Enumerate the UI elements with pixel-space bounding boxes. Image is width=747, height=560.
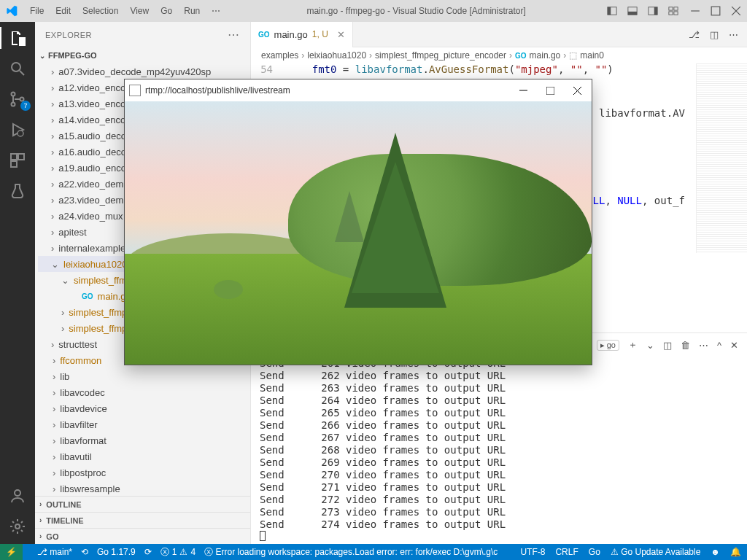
tree-folder[interactable]: a07.3video_decode_mp42yuv420sp [38, 63, 250, 79]
status-problems[interactable]: ⓧ 1 ⚠ 4 [160, 546, 196, 559]
status-language[interactable]: Go [589, 547, 600, 557]
tree-item-label: internalexamples [58, 243, 130, 254]
terminal-cursor [260, 531, 738, 543]
svg-point-17 [12, 103, 15, 106]
tree-folder[interactable]: libavcodec [38, 384, 250, 400]
terminal-dropdown-icon[interactable]: ⌄ [646, 340, 654, 351]
video-player-window[interactable]: rtmp://localhost/publishlive/livestream [124, 79, 592, 365]
layout-toggle-left-icon[interactable] [607, 6, 617, 16]
status-analysis-icon[interactable]: ⟳ [144, 547, 152, 557]
svg-rect-27 [546, 87, 554, 95]
svg-point-24 [15, 490, 20, 496]
tree-folder[interactable]: libpostproc [38, 464, 250, 481]
terminal-new-icon[interactable]: ＋ [628, 338, 638, 351]
tree-item-label: a23.video_demux [58, 195, 133, 206]
activity-scm-icon[interactable]: 7 [9, 90, 26, 108]
window-minimize-icon[interactable] [690, 6, 700, 16]
tree-folder[interactable]: libavformat [38, 432, 250, 448]
terminal-line: Send 266 video frames to output URL [260, 419, 738, 432]
tree-folder[interactable]: libavutil [38, 448, 250, 464]
status-go-update[interactable]: ⚠ Go Update Available [611, 547, 701, 557]
status-bar: ⚡ ⎇ main* ⟲ Go 1.17.9 ⟳ ⓧ 1 ⚠ 4 ⓧ Error … [0, 544, 747, 560]
svg-rect-9 [674, 12, 678, 15]
status-branch[interactable]: ⎇ main* [37, 547, 72, 557]
menu-selection[interactable]: Selection [77, 4, 123, 18]
tree-item-label: apitest [58, 227, 86, 238]
activity-extensions-icon[interactable] [9, 152, 26, 169]
tab-scm-icon[interactable]: ⎇ [689, 29, 700, 40]
terminal-split-icon[interactable]: ◫ [663, 340, 672, 351]
section-go[interactable]: ›GO [35, 528, 250, 544]
breadcrumb[interactable]: examples› leixiaohua1020› simplest_ffmpe… [251, 47, 747, 63]
tree-item-label: libavformat [60, 435, 107, 446]
window-maximize-icon[interactable] [711, 6, 721, 16]
terminal-shell-label[interactable]: ▸ go [597, 340, 619, 351]
activity-explorer-icon[interactable] [9, 29, 26, 47]
terminal-output[interactable]: Send 261 video frames to output URLSend … [251, 354, 747, 544]
editor-tabs: GO main.go 1, U ✕ ⎇ ◫ ⋯ [251, 22, 747, 47]
layout-toggle-bottom-icon[interactable] [627, 6, 638, 16]
svg-line-15 [20, 71, 24, 75]
status-go-version[interactable]: Go 1.17.9 [97, 547, 136, 557]
menu-file[interactable]: File [25, 4, 49, 18]
tree-folder[interactable]: lib [38, 368, 250, 384]
status-sync-icon[interactable]: ⟲ [81, 547, 88, 557]
tab-close-icon[interactable]: ✕ [337, 29, 345, 40]
section-outline[interactable]: ›OUTLINE [35, 496, 250, 512]
terminal-line: Send 272 video frames to output URL [260, 494, 738, 506]
tab-main-go[interactable]: GO main.go 1, U ✕ [251, 22, 353, 47]
tree-item-label: libswresample [60, 483, 120, 494]
activity-test-icon[interactable] [9, 182, 26, 200]
activity-bar: 7 [0, 22, 35, 544]
menu-view[interactable]: View [125, 4, 154, 18]
section-timeline[interactable]: ›TIMELINE [35, 512, 250, 528]
window-titlebar: File Edit Selection View Go Run ⋯ main.g… [0, 0, 747, 22]
window-close-icon[interactable] [731, 6, 741, 16]
activity-debug-icon[interactable] [9, 121, 26, 139]
tree-item-label: libavcodec [60, 387, 104, 398]
status-eol[interactable]: CRLF [555, 547, 578, 557]
menu-go[interactable]: Go [155, 4, 177, 18]
tab-split-icon[interactable]: ◫ [710, 29, 719, 40]
tab-more-icon[interactable]: ⋯ [729, 29, 738, 40]
terminal-line: Send 269 video frames to output URL [260, 456, 738, 469]
video-app-icon [129, 85, 141, 96]
video-close-icon[interactable] [573, 87, 581, 95]
terminal-trash-icon[interactable]: 🗑 [681, 340, 690, 351]
go-file-icon: GO [258, 31, 270, 39]
activity-account-icon[interactable] [9, 487, 26, 505]
svg-point-14 [12, 63, 20, 71]
menu-overflow[interactable]: ⋯ [206, 4, 225, 18]
layout-toggle-right-icon[interactable] [648, 6, 658, 16]
terminal-close-icon[interactable]: ✕ [730, 340, 738, 351]
svg-point-16 [12, 93, 15, 96]
status-error-message[interactable]: ⓧ Error loading workspace: packages.Load… [204, 546, 498, 559]
menu-run[interactable]: Run [179, 4, 205, 18]
svg-rect-8 [669, 12, 673, 15]
activity-settings-icon[interactable] [9, 518, 26, 535]
terminal-more-icon[interactable]: ⋯ [699, 340, 708, 351]
svg-rect-21 [11, 154, 17, 160]
minimap[interactable] [696, 63, 747, 253]
menu-edit[interactable]: Edit [50, 4, 76, 18]
video-minimize-icon[interactable] [519, 87, 527, 95]
video-maximize-icon[interactable] [546, 87, 554, 95]
project-header[interactable]: ⌄FFMPEG-GO [35, 47, 250, 63]
line-number: 54 [251, 63, 287, 77]
go-file-icon: GO [82, 292, 93, 300]
tree-folder[interactable]: libavdevice [38, 400, 250, 416]
terminal-maximize-icon[interactable]: ^ [717, 340, 721, 351]
svg-point-20 [18, 131, 23, 136]
code-fragment-2: ULL, NULL, out_f [587, 195, 685, 206]
activity-search-icon[interactable] [9, 60, 26, 77]
tab-label: main.go [274, 29, 308, 40]
remote-indicator[interactable]: ⚡ [0, 544, 23, 560]
tree-folder[interactable]: libswresample [38, 481, 250, 496]
layout-customize-icon[interactable] [668, 6, 678, 16]
tree-folder[interactable]: libavfilter [38, 416, 250, 432]
terminal-line: Send 273 video frames to output URL [260, 506, 738, 518]
status-bell-icon[interactable]: 🔔 [730, 547, 741, 557]
status-feedback-icon[interactable]: ☻ [711, 547, 720, 557]
status-encoding[interactable]: UTF-8 [520, 547, 545, 557]
explorer-more-icon[interactable]: ⋯ [228, 28, 240, 42]
